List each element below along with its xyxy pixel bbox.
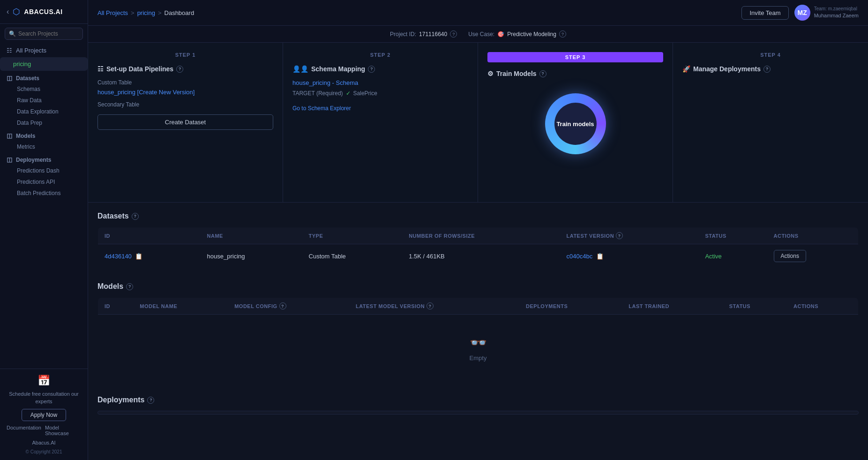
latest-version-help-icon[interactable]: ? [427, 302, 434, 309]
step2-help-icon[interactable]: ? [368, 66, 375, 73]
sidebar-item-pricing[interactable]: pricing [0, 57, 88, 71]
breadcrumb: All Projects > pricing > Dashboard [97, 9, 194, 16]
breadcrumb-sep2: > [158, 9, 162, 16]
models-help-icon[interactable]: ? [126, 283, 133, 290]
datasets-group-label: Datasets [16, 75, 39, 82]
empty-icon: 👓 [470, 334, 487, 351]
deployments-help-icon[interactable]: ? [147, 397, 154, 404]
th-status: STATUS [698, 227, 767, 244]
datasets-help-icon[interactable]: ? [132, 213, 139, 220]
mth-latest-version: LATEST MODEL VERSION ? [349, 298, 519, 315]
consultation-text: Schedule free consultation our experts [7, 391, 81, 405]
sidebar-item-raw-data[interactable]: Raw Data [0, 95, 88, 106]
sidebar-item-predictions-dash[interactable]: Predictions Dash [0, 165, 88, 176]
house-pricing-link[interactable]: house_pricing [97, 89, 135, 96]
sidebar-item-data-exploration[interactable]: Data Exploration [0, 106, 88, 117]
project-id-help-icon[interactable]: ? [450, 30, 457, 38]
target-value: SalePrice [353, 90, 377, 97]
th-id: ID [98, 227, 201, 244]
sidebar-item-batch-predictions[interactable]: Batch Predictions [0, 188, 88, 199]
dataset-id-link[interactable]: 4d436140 [105, 253, 132, 260]
sidebar-item-schemas[interactable]: Schemas [0, 83, 88, 95]
th-version: LATEST VERSION ? [560, 227, 699, 244]
copy-id-icon[interactable]: 📋 [135, 253, 142, 260]
sidebar-bottom: 📅 Schedule free consultation our experts… [0, 369, 88, 460]
create-new-version-link[interactable]: [Create New Version] [137, 89, 195, 96]
create-dataset-button[interactable]: Create Dataset [97, 114, 273, 130]
steps-row: STEP 1 ☷ Set-up Data Pipelines ? Custom … [88, 43, 868, 203]
copyright-text: © Copyright 2021 [26, 449, 62, 454]
sidebar-item-data-prep[interactable]: Data Prep [0, 117, 88, 128]
status-badge: Active [705, 253, 721, 260]
models-header-row: ID MODEL NAME MODEL CONFIG ? LATEST MODE… [98, 298, 859, 315]
breadcrumb-current: Dashboard [165, 9, 195, 16]
invite-team-button[interactable]: Invite Team [741, 6, 788, 20]
avatar: MZ [794, 5, 810, 21]
models-empty-row: 👓 Empty [98, 315, 859, 382]
model-config-help-icon[interactable]: ? [279, 302, 286, 309]
models-empty-cell: 👓 Empty [98, 315, 859, 382]
sidebar-item-metrics[interactable]: Metrics [0, 141, 88, 152]
train-icon: ⚙ [487, 70, 494, 77]
breadcrumb-project[interactable]: pricing [137, 9, 155, 16]
schema-link[interactable]: house_pricing - Schema [292, 79, 358, 86]
breadcrumb-all-projects[interactable]: All Projects [97, 9, 128, 16]
version-help-icon[interactable]: ? [616, 232, 623, 239]
dataset-actions-button[interactable]: Actions [774, 250, 806, 262]
step1-title-text: Set-up Data Pipelines [106, 65, 173, 73]
logo-text: ABACUS.AI [24, 8, 62, 15]
step3-help-icon[interactable]: ? [539, 70, 546, 77]
datasets-table-head: ID NAME TYPE NUMBER OF ROWS/SIZE LATEST … [98, 227, 859, 244]
project-id-item: Project ID: 171116640 ? [390, 30, 457, 38]
step4-header: STEP 4 [682, 52, 859, 58]
th-name: NAME [201, 227, 302, 244]
model-showcase-link[interactable]: Model Showcase [45, 425, 81, 436]
empty-label: Empty [470, 354, 487, 362]
datasets-header-row: ID NAME TYPE NUMBER OF ROWS/SIZE LATEST … [98, 227, 859, 244]
app-root: ‹ ⬡ ABACUS.AI 🔍 ▼ ☷ All Projects pricing… [0, 0, 868, 460]
td-id: 4d436140 📋 [98, 244, 201, 268]
use-case-help-icon[interactable]: ? [559, 30, 566, 38]
models-table-head: ID MODEL NAME MODEL CONFIG ? LATEST MODE… [98, 298, 859, 315]
step1-help-icon[interactable]: ? [176, 66, 183, 73]
step2-title: 👤👤 Schema Mapping ? [292, 65, 468, 73]
models-table: ID MODEL NAME MODEL CONFIG ? LATEST MODE… [97, 297, 859, 382]
datasets-title-text: Datasets [97, 212, 129, 220]
train-models-button[interactable]: Train models [545, 93, 606, 154]
step4-title: 🚀 Manage Deployments ? [682, 65, 859, 73]
mth-model-config: MODEL CONFIG ? [228, 298, 349, 315]
documentation-link[interactable]: Documentation [7, 425, 41, 436]
train-models-label: Train models [554, 103, 597, 145]
step4-help-icon[interactable]: ? [763, 66, 771, 73]
sidebar-item-predictions-api[interactable]: Predictions API [0, 176, 88, 188]
table-row: 4d436140 📋 house_pricing Custom Table 1.… [98, 244, 859, 268]
page-header: All Projects > pricing > Dashboard Invit… [88, 0, 868, 26]
deployments-group-label: Deployments [16, 157, 51, 163]
mth-id: ID [98, 298, 134, 315]
step4-title-text: Manage Deployments [693, 65, 761, 73]
project-meta-bar: Project ID: 171116640 ? Use Case: 🎯 Pred… [88, 26, 868, 43]
avatar-info: Team: m.zaeemiqbal Muhammad Zaeem [814, 6, 859, 19]
th-rows: NUMBER OF ROWS/SIZE [402, 227, 560, 244]
datasets-section: Datasets ? ID NAME TYPE NUMBER OF ROWS/S… [88, 203, 868, 273]
schema-icon: 👤👤 [292, 65, 308, 73]
step1-panel: STEP 1 ☷ Set-up Data Pipelines ? Custom … [88, 43, 283, 202]
deployments-group: ◫ Deployments [0, 152, 88, 165]
copy-version-icon[interactable]: 📋 [596, 253, 604, 260]
schema-explorer-link[interactable]: Go to Schema Explorer [292, 105, 351, 112]
back-icon[interactable]: ‹ [7, 8, 9, 16]
apply-now-button[interactable]: Apply Now [22, 409, 66, 421]
mth-actions: ACTIONS [787, 298, 858, 315]
mth-last-trained: LAST TRAINED [622, 298, 722, 315]
all-projects-label: All Projects [16, 47, 46, 54]
datasets-table-body: 4d436140 📋 house_pricing Custom Table 1.… [98, 244, 859, 268]
search-container[interactable]: 🔍 ▼ [5, 28, 83, 40]
datasets-section-title: Datasets ? [97, 212, 859, 220]
version-link[interactable]: c040c4bc [567, 253, 593, 260]
search-input[interactable] [18, 30, 88, 37]
grid-icon: ☷ [7, 47, 12, 54]
td-name: house_pricing [201, 244, 302, 268]
main-content: Project ID: 171116640 ? Use Case: 🎯 Pred… [88, 26, 868, 460]
sidebar-item-all-projects[interactable]: ☷ All Projects [0, 44, 88, 57]
schema-target-row: TARGET (Required) ✓ SalePrice [292, 90, 468, 97]
